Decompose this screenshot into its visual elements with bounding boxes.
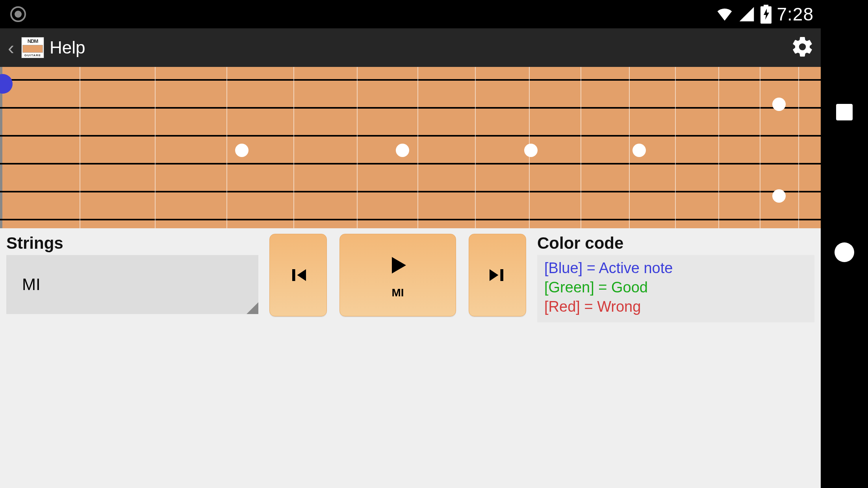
active-note-dot — [0, 74, 13, 94]
fret-line — [293, 67, 294, 228]
android-nav-bar — [821, 0, 868, 488]
colorcode-title: Color code — [537, 232, 814, 255]
fret-marker-dot — [235, 144, 249, 157]
status-bar: 7:28 — [0, 0, 821, 28]
fret-marker-dot — [772, 189, 786, 203]
fret-line — [155, 67, 156, 228]
cell-signal-icon — [738, 6, 755, 23]
fret-line — [675, 67, 676, 228]
content-area: Strings MI MI — [0, 67, 821, 488]
string-3[interactable] — [0, 135, 821, 137]
play-note-label: MI — [391, 287, 404, 299]
string-2[interactable] — [0, 107, 821, 109]
string-6[interactable] — [0, 219, 821, 220]
fret-line — [629, 67, 630, 228]
strings-spinner[interactable]: MI — [6, 255, 258, 314]
fret-line — [417, 67, 418, 228]
fret-line — [760, 67, 760, 228]
status-recording-icon — [10, 6, 26, 22]
fret-marker-dot — [772, 98, 786, 111]
fret-line — [475, 67, 476, 228]
fret-line — [357, 67, 358, 228]
status-clock: 7:28 — [777, 4, 814, 25]
string-1[interactable] — [0, 79, 821, 81]
string-4[interactable] — [0, 163, 821, 165]
strings-selected-value: MI — [22, 275, 41, 294]
fret-marker-dot — [524, 144, 538, 157]
skip-previous-icon — [286, 263, 310, 287]
battery-charging-icon — [760, 5, 772, 24]
colorcode-red: [Red] = Wrong — [544, 298, 641, 315]
fret-marker-dot — [632, 144, 646, 157]
play-button[interactable]: MI — [339, 234, 456, 316]
app-logo-bottom-text: GUITARE — [24, 54, 41, 57]
overview-button[interactable] — [836, 104, 853, 120]
colorcode-blue: [Blue] = Active note — [544, 260, 673, 277]
play-icon — [384, 251, 412, 279]
wifi-icon — [716, 6, 733, 23]
app-logo-top-text: NDM — [28, 38, 38, 44]
fret-line — [80, 67, 80, 228]
app-logo-icon[interactable]: NDM GUITARE — [21, 37, 44, 58]
fret-line — [226, 67, 227, 228]
fret-line — [798, 67, 799, 228]
fret-line — [718, 67, 719, 228]
skip-next-icon — [486, 263, 509, 287]
string-5[interactable] — [0, 191, 821, 192]
fret-marker-dot — [396, 144, 409, 157]
home-button[interactable] — [835, 242, 854, 262]
app-bar: ‹ NDM GUITARE Help — [0, 28, 821, 67]
previous-button[interactable] — [269, 234, 327, 316]
gear-icon — [791, 35, 814, 59]
strings-title: Strings — [6, 232, 258, 255]
colorcode-legend: [Blue] = Active note [Green] = Good [Red… — [537, 255, 814, 322]
colorcode-green: [Green] = Good — [544, 279, 648, 296]
guitar-fretboard[interactable] — [0, 67, 821, 228]
back-chevron-icon[interactable]: ‹ — [6, 37, 16, 59]
settings-button[interactable] — [791, 35, 814, 60]
next-button[interactable] — [469, 234, 526, 316]
page-title: Help — [50, 38, 85, 57]
fret-line — [581, 67, 581, 228]
